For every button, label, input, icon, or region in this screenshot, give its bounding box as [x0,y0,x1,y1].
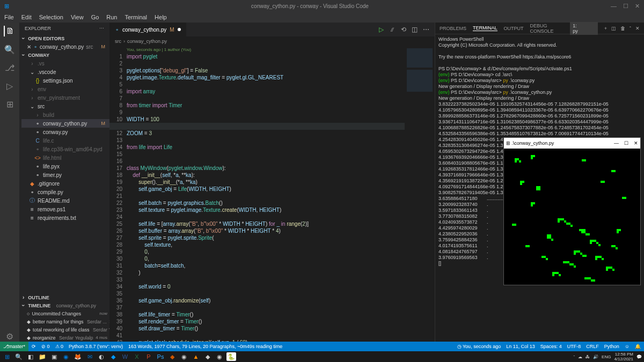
tree-item[interactable]: ›env [21,85,109,93]
settings-icon[interactable]: ⚙ [4,331,15,342]
branch-indicator[interactable]: ⎇ master* [0,342,28,351]
menu-selection[interactable]: Selection [39,14,63,20]
extensions-icon[interactable]: ⊞ [4,99,15,109]
terminal-tab[interactable]: DEBUG CONSOLE [530,23,564,34]
tree-item[interactable]: ›env_pyinstrument [21,93,109,102]
maximize-icon[interactable]: ☐ [623,3,628,10]
cursor-pos[interactable]: Ln 11, Col 13 [506,344,535,349]
terminal-tab[interactable]: OUTPUT [504,26,524,31]
open-editor-item[interactable]: ✕⚬ conway_cython.py src M [19,42,109,51]
minimize-icon[interactable]: — [611,3,617,10]
tree-item[interactable]: ⌄.vscode [21,68,109,76]
terminal-icon[interactable]: ▣ [49,352,59,361]
close-panel-icon[interactable]: ✕ [635,26,640,31]
clock-time[interactable]: 12:58 PM [614,352,633,357]
app-icon[interactable]: ◆ [203,352,213,361]
firefox-icon[interactable]: 🦊 [73,352,83,361]
close-icon[interactable]: ✕ [634,141,638,146]
kill-terminal-icon[interactable]: 🗑 [620,26,625,31]
excel-icon[interactable]: X [132,352,142,361]
python-icon[interactable]: 🐍 [226,352,236,361]
onedrive-icon[interactable]: ☁ [578,354,582,359]
errors[interactable]: ⊘ 0 [41,344,50,349]
edge-icon[interactable]: ◉ [61,352,71,361]
debug-icon[interactable]: ▷ [4,80,15,91]
workspace-header[interactable]: CONWAY [19,51,109,59]
new-terminal-icon[interactable]: + [604,26,607,31]
photoshop-icon[interactable]: Ps [156,352,165,361]
tree-item[interactable]: Clife.c [21,136,109,145]
feedback-icon[interactable]: ☺ [625,344,630,349]
outlook-icon[interactable]: ✉ [85,352,94,361]
tree-item[interactable]: {}settings.json [21,76,109,85]
warnings[interactable]: ⚠ 0 [55,344,64,349]
menu-terminal[interactable]: Terminal [125,14,148,20]
tree-item[interactable]: <>life.html [21,153,109,162]
app-icon[interactable]: ◆ [167,352,177,361]
timeline-item[interactable]: ◆reorganize Serdar Yegulalp4 mos [19,334,109,342]
encoding[interactable]: UTF-8 [567,344,581,349]
clock-date[interactable]: 4/12/2021 [614,357,633,361]
conway-game-window[interactable]: ⊞ .\conway_cython.py — ☐ ✕ [503,137,641,285]
tree-item[interactable]: ⚬life.cp38-win_amd64.pyd [21,145,109,153]
search-icon[interactable]: 🔍 [14,352,24,361]
git-icon[interactable]: ⟲ [401,26,406,33]
terminal-tab[interactable]: PROBLEMS [440,26,466,31]
word-icon[interactable]: W [120,352,130,361]
tree-item[interactable]: ›build [21,110,109,119]
tree-item[interactable]: ›.vs [21,59,109,68]
language-indicator[interactable]: ENG [602,354,611,359]
github-icon[interactable]: ◐ [97,352,106,361]
indentation[interactable]: Spaces: 4 [540,344,562,349]
close-icon[interactable]: ✕ [635,3,640,10]
tree-item[interactable]: ⚬life.pyx [21,162,109,171]
vlc-icon[interactable]: ▲ [191,352,201,361]
bell-icon[interactable]: 🔔 [635,344,641,349]
network-icon[interactable]: 🖧 [586,354,590,359]
tree-item[interactable]: ◆.gitignore [21,179,109,188]
timeline-item[interactable]: ◆better naming for things Serdar ...1 mo [19,317,109,326]
menu-help[interactable]: Help [155,14,167,20]
menu-run[interactable]: Run [106,14,117,20]
tree-item[interactable]: ≡remove.ps1 [21,205,109,213]
compare-icon[interactable]: ⫽ [389,26,396,33]
split-icon[interactable]: ◫ [412,26,418,33]
timeline-item[interactable]: ○Uncommitted Changesnow [19,309,109,317]
menu-view[interactable]: View [71,14,84,20]
powerpoint-icon[interactable]: P [144,352,153,361]
language[interactable]: Python [604,344,619,349]
run-icon[interactable]: ▷ [379,26,384,33]
volume-icon[interactable]: 🔊 [593,354,598,359]
notifications-icon[interactable]: 💬 [636,354,642,359]
menu-file[interactable]: File [4,14,14,20]
git-blame[interactable]: ◷ You, seconds ago [457,344,501,349]
breadcrumb[interactable]: src › conway_cython.py [109,36,435,46]
terminal-tab[interactable]: TERMINAL [473,25,497,31]
tree-item[interactable]: ⚬conway_cython.pyM [21,119,109,128]
split-terminal-icon[interactable]: ◫ [611,26,616,31]
sync-icon[interactable]: ⟳ [32,344,36,349]
editor-tab[interactable]: ⚬ conway_cython.py M [109,23,187,36]
eol[interactable]: CRLF [586,344,599,349]
python-env[interactable]: Python 3.8.7 ('env': venv) [69,344,123,349]
more-icon[interactable]: ⋯ [99,26,104,31]
tree-item[interactable]: ⚬timer.py [21,171,109,179]
explorer-icon[interactable]: 📁 [38,352,47,361]
tree-item[interactable]: ⌄src [21,102,109,110]
search-icon[interactable]: 🔍 [4,44,15,55]
tree-item[interactable]: ⓘREADME.md [21,196,109,205]
minimap[interactable] [405,46,435,342]
terminal-select[interactable]: 1: py [570,22,598,35]
explorer-icon[interactable]: 🗎 [4,26,14,36]
code-editor[interactable]: 1234567891011121314151617181920212223242… [109,46,435,342]
more-icon[interactable]: ⋯ [423,26,429,33]
menu-go[interactable]: Go [91,14,99,20]
steam-icon[interactable]: ◉ [179,352,189,361]
open-editors-header[interactable]: OPEN EDITORS [19,34,109,42]
tray-chevron-icon[interactable]: ˆ [573,354,575,359]
timeline-item[interactable]: ◆total reworking of life class Serdar Y.… [19,326,109,334]
menu-edit[interactable]: Edit [21,14,32,20]
tree-item[interactable]: ⚬compile.py [21,188,109,196]
maximize-icon[interactable]: ☐ [624,141,628,146]
start-icon[interactable]: ⊞ [2,352,12,361]
